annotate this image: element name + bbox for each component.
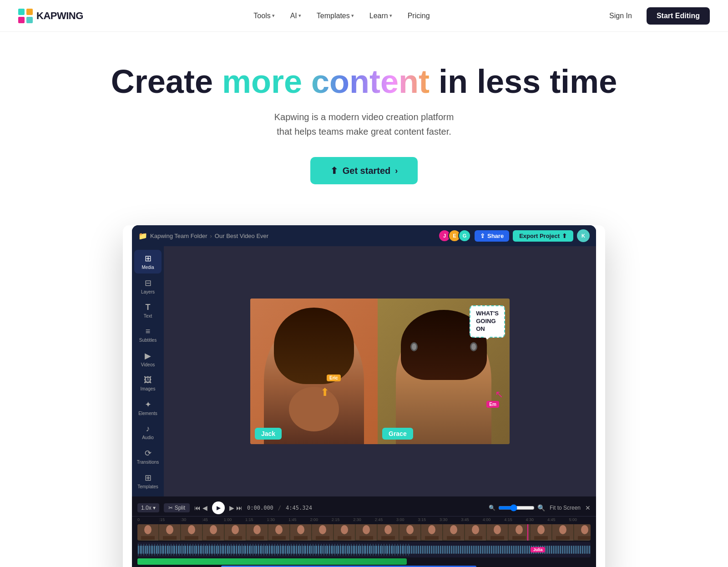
- export-icon: ⬆: [562, 233, 567, 239]
- layers-label: Layers: [141, 289, 155, 294]
- speech-bubble: WHAT'SGOINGON: [470, 305, 505, 338]
- start-editing-button[interactable]: Start Editing: [647, 7, 710, 25]
- forward-controls: ▶ ⏭: [229, 504, 243, 511]
- next-frame-button[interactable]: ⏭: [236, 504, 243, 511]
- editor-timeline: 1.0x ▾ ✂ Split ⏮ ◀ ▶ ▶ ⏭ 0:00.000 /: [132, 496, 596, 567]
- sidebar-tool-layers[interactable]: ⊟ Layers: [134, 274, 162, 298]
- breadcrumb-separator: ›: [210, 233, 212, 239]
- sidebar-tool-elements[interactable]: ✦ Elements: [134, 396, 162, 420]
- split-button[interactable]: ✂ Split: [164, 503, 190, 512]
- editor-main: ⊞ Media ⊟ Layers T Text ≡ Subtitles ▶: [132, 246, 596, 496]
- close-timeline-button[interactable]: ✕: [585, 504, 591, 511]
- nav-learn-chevron: ▾: [389, 13, 392, 19]
- elements-label: Elements: [138, 411, 157, 416]
- nav-item-learn[interactable]: Learn ▾: [363, 8, 399, 24]
- topbar-actions: J E G ⇪ Share Export Project ⬆ K: [441, 229, 590, 242]
- nav-item-pricing[interactable]: Pricing: [401, 8, 436, 24]
- prev-frame-button[interactable]: ⏮: [194, 504, 201, 511]
- upload-icon: ⬆: [330, 165, 338, 176]
- arrow-icon: ›: [395, 166, 398, 176]
- export-button[interactable]: Export Project ⬆: [513, 230, 573, 242]
- videos-icon: ▶: [145, 351, 151, 361]
- templates-icon: ⊞: [145, 473, 152, 483]
- share-label: Share: [487, 233, 504, 239]
- breadcrumb-folder[interactable]: Kapwing Team Folder: [150, 233, 207, 239]
- eric-cursor-label: Eric: [327, 375, 341, 381]
- grace-label: Grace: [389, 430, 407, 437]
- em-cursor-label: Em: [486, 401, 499, 408]
- nav-ai-chevron: ▾: [298, 13, 301, 19]
- hero-title-content: content: [302, 63, 439, 100]
- sidebar-tool-media[interactable]: ⊞ Media: [134, 250, 162, 273]
- jack-name-tag: Jack: [255, 428, 282, 440]
- nav-pricing-label: Pricing: [408, 12, 430, 20]
- zoom-value: 1.0x: [141, 505, 152, 511]
- video-track: [137, 524, 591, 541]
- media-icon: ⊞: [145, 253, 152, 263]
- prev-button[interactable]: ◀: [202, 504, 207, 511]
- hero-title-create: Create: [111, 63, 222, 100]
- transitions-label: Transitions: [137, 460, 159, 465]
- avatar-3: G: [458, 229, 471, 242]
- sidebar-tool-text[interactable]: T Text: [134, 299, 162, 322]
- cut-icon: ✂: [168, 505, 173, 511]
- breadcrumb-project[interactable]: Our Best Video Ever: [215, 233, 268, 239]
- videos-label: Videos: [141, 362, 155, 367]
- audio-track: Julia: [137, 542, 591, 557]
- images-icon: 🖼: [144, 375, 152, 385]
- hero-section: Create more content in less time Kapwing…: [0, 32, 728, 202]
- grace-name-tag: Grace: [382, 428, 413, 440]
- play-button[interactable]: ▶: [212, 501, 225, 514]
- sidebar-tool-templates[interactable]: ⊞ Templates: [134, 469, 162, 493]
- sidebar-tool-images[interactable]: 🖼 Images: [134, 372, 162, 395]
- sidebar-tool-subtitles[interactable]: ≡ Subtitles: [134, 323, 162, 346]
- split-label: Split: [175, 505, 185, 511]
- sidebar-tool-videos[interactable]: ▶ Videos: [134, 347, 162, 371]
- fit-to-screen-button[interactable]: Fit to Screen: [550, 505, 581, 511]
- media-label: Media: [142, 265, 154, 270]
- share-icon: ⇪: [480, 233, 485, 239]
- zoom-out-icon[interactable]: 🔍: [489, 505, 495, 511]
- main-nav: Tools ▾ AI ▾ Templates ▾ Learn ▾ Pricing: [247, 8, 436, 24]
- zoom-in-icon[interactable]: 🔍: [537, 504, 545, 511]
- svg-rect-1: [26, 9, 33, 15]
- hero-title-more: more: [222, 63, 302, 100]
- editor-canvas: Jack ⬆ Eric: [164, 246, 596, 496]
- sign-in-button[interactable]: Sign In: [600, 8, 641, 24]
- nav-item-templates[interactable]: Templates ▾: [310, 8, 360, 24]
- audio-icon: ♪: [146, 424, 150, 434]
- editor-mockup-container: 📁 Kapwing Team Folder › Our Best Video E…: [123, 225, 605, 567]
- get-started-button[interactable]: ⬆ Get started ›: [310, 157, 418, 184]
- green-track[interactable]: [137, 558, 407, 565]
- svg-rect-0: [18, 9, 25, 15]
- nav-tools-label: Tools: [253, 12, 270, 20]
- current-time-display: 0:00.000: [247, 505, 273, 511]
- subtitles-label: Subtitles: [139, 338, 157, 343]
- svg-rect-3: [26, 17, 33, 23]
- share-button[interactable]: ⇪ Share: [475, 230, 509, 242]
- navbar: KAPWING Tools ▾ AI ▾ Templates ▾ Learn ▾…: [0, 0, 728, 32]
- playhead[interactable]: [527, 524, 528, 541]
- logo[interactable]: KAPWING: [18, 9, 83, 23]
- cursor-icon: ⬆: [320, 386, 329, 399]
- editor-sidebar: ⊞ Media ⊟ Layers T Text ≡ Subtitles ▶: [132, 246, 164, 496]
- navbar-actions: Sign In Start Editing: [600, 7, 710, 25]
- video-panel-grace: Grace WHAT'SGOINGON Em ↖: [378, 299, 510, 444]
- sidebar-tool-audio[interactable]: ♪ Audio: [134, 420, 162, 444]
- zoom-slider[interactable]: [498, 504, 535, 511]
- nav-item-ai[interactable]: AI ▾: [284, 8, 308, 24]
- nav-templates-label: Templates: [317, 12, 350, 20]
- zoom-control[interactable]: 1.0x ▾: [137, 503, 159, 512]
- timeline-ruler: 0 :15 :30 :45 1:00 1:15 1:30 1:45 2:00 2…: [132, 516, 596, 523]
- julia-badge: Julia: [531, 547, 546, 552]
- jack-label: Jack: [261, 430, 275, 437]
- nav-templates-chevron: ▾: [351, 13, 354, 19]
- collaborator-avatars: J E G: [441, 229, 471, 242]
- next-button[interactable]: ▶: [229, 504, 234, 511]
- subtitles-icon: ≡: [146, 327, 151, 336]
- sidebar-tool-transitions[interactable]: ⟳ Transitions: [134, 445, 162, 468]
- nav-ai-label: AI: [290, 12, 297, 20]
- video-panel-jack: Jack ⬆ Eric: [250, 299, 378, 444]
- nav-item-tools[interactable]: Tools ▾: [247, 8, 281, 24]
- export-label: Export Project: [519, 233, 560, 239]
